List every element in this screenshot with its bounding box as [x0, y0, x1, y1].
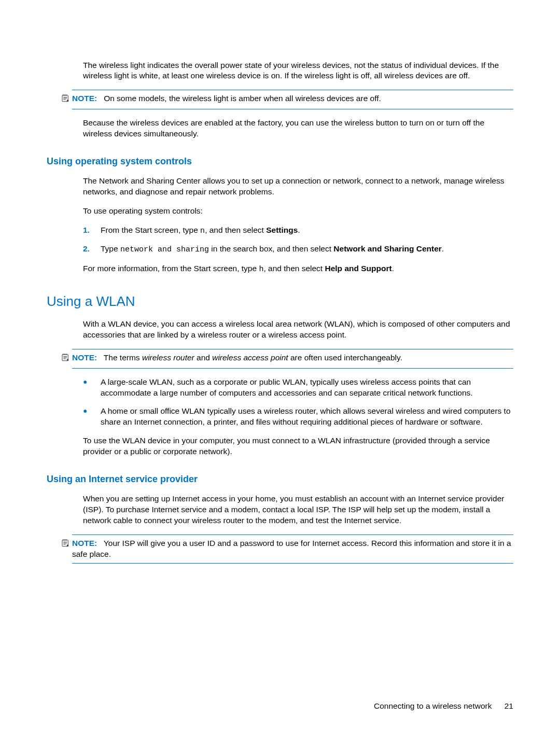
- list-item: ● A large-scale WLAN, such as a corporat…: [83, 377, 513, 399]
- text-run: , and then select: [205, 226, 266, 234]
- text-run: The terms: [104, 353, 142, 362]
- heading-using-wlan: Using a WLAN: [47, 292, 513, 311]
- note-icon: [61, 93, 71, 106]
- note-body: Your ISP will give you a user ID and a p…: [72, 539, 511, 558]
- text-run: and: [194, 353, 212, 362]
- text-run: , and then select: [263, 264, 325, 273]
- note-box-3: NOTE: Your ISP will give you a user ID a…: [72, 535, 513, 564]
- code-text: network and sharing: [120, 245, 209, 254]
- footer-page-number: 21: [505, 701, 513, 710]
- text-run: From the Start screen, type: [101, 226, 200, 234]
- text-run: in the search box, and then select: [209, 244, 333, 253]
- step-body: Type network and sharing in the search b…: [101, 244, 513, 255]
- os-paragraph-3: For more information, from the Start scr…: [83, 263, 513, 275]
- intro-paragraph-2: Because the wireless devices are enabled…: [83, 118, 513, 139]
- wlan-paragraph-2: To use the WLAN device in your computer,…: [83, 435, 513, 457]
- list-item: ● A home or small office WLAN typically …: [83, 406, 513, 428]
- note-text-1: NOTE: On some models, the wireless light…: [72, 93, 513, 104]
- bullet-body: A home or small office WLAN typically us…: [101, 406, 513, 428]
- step-number: 1.: [83, 225, 101, 236]
- note-text-3: NOTE: Your ISP will give you a user ID a…: [72, 538, 513, 560]
- note-body: On some models, the wireless light is am…: [104, 94, 381, 103]
- text-run: Type: [101, 244, 120, 253]
- os-paragraph-2: To use operating system controls:: [83, 206, 513, 217]
- note-label: NOTE:: [72, 539, 97, 547]
- note-box-1: NOTE: On some models, the wireless light…: [72, 90, 513, 109]
- wlan-paragraph-1: With a WLAN device, you can access a wir…: [83, 319, 513, 341]
- intro-paragraph-1: The wireless light indicates the overall…: [83, 60, 513, 82]
- heading-isp: Using an Internet service provider: [47, 473, 513, 485]
- heading-os-controls: Using operating system controls: [47, 155, 513, 167]
- footer-section-title: Connecting to a wireless network: [374, 701, 492, 710]
- bullet-body: A large-scale WLAN, such as a corporate …: [101, 377, 513, 399]
- bold-text: Help and Support: [325, 264, 391, 273]
- os-steps-list: 1. From the Start screen, type n, and th…: [83, 225, 513, 256]
- text-run: For more information, from the Start scr…: [83, 264, 259, 273]
- code-text: n: [200, 227, 205, 235]
- isp-paragraph-1: When you are setting up Internet access …: [83, 494, 513, 526]
- bullet-icon: ●: [83, 406, 101, 428]
- note-label: NOTE:: [72, 94, 97, 103]
- wlan-bullet-list: ● A large-scale WLAN, such as a corporat…: [83, 377, 513, 428]
- note-label: NOTE:: [72, 353, 97, 362]
- bold-text: Settings: [266, 226, 298, 234]
- list-item: 2. Type network and sharing in the searc…: [83, 244, 513, 255]
- note-text-2: NOTE: The terms wireless router and wire…: [72, 353, 513, 363]
- step-number: 2.: [83, 244, 101, 255]
- bullet-icon: ●: [83, 377, 101, 399]
- italic-text: wireless router: [142, 353, 194, 362]
- os-paragraph-1: The Network and Sharing Center allows yo…: [83, 176, 513, 198]
- text-run: .: [392, 264, 394, 273]
- step-body: From the Start screen, type n, and then …: [101, 225, 513, 236]
- note-icon: [61, 353, 71, 365]
- page-footer: Connecting to a wireless network 21: [374, 701, 513, 712]
- italic-text: wireless access point: [212, 353, 288, 362]
- note-icon: [61, 538, 71, 551]
- list-item: 1. From the Start screen, type n, and th…: [83, 225, 513, 236]
- bold-text: Network and Sharing Center: [333, 244, 441, 253]
- text-run: .: [298, 226, 300, 234]
- text-run: are often used interchangeably.: [288, 353, 402, 362]
- text-run: .: [442, 244, 444, 253]
- note-box-2: NOTE: The terms wireless router and wire…: [72, 349, 513, 369]
